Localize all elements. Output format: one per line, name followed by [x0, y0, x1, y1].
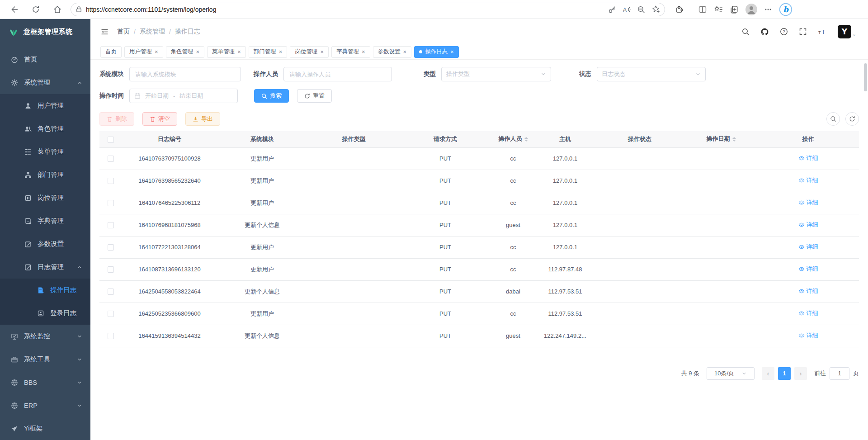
sidebar-item-monitoring[interactable]: 系统监控	[0, 325, 90, 348]
tab-operation-log[interactable]: 操作日志 ×	[414, 46, 459, 58]
status-select[interactable]: 日志状态	[597, 67, 706, 81]
sidebar-item-departments[interactable]: 部门管理	[0, 163, 90, 186]
sidebar-item-dictionary[interactable]: 字典管理	[0, 209, 90, 232]
detail-link[interactable]: 详细	[798, 176, 818, 185]
sidebar-item-erp[interactable]: ERP	[0, 394, 90, 417]
sidebar-item-yi-framework[interactable]: Yi框架	[0, 417, 90, 440]
more-menu-icon[interactable]	[764, 5, 772, 14]
sidebar-item-login-log[interactable]: 登录日志	[0, 302, 90, 325]
reset-button[interactable]: 重置	[297, 89, 332, 103]
browser-back-button[interactable]	[6, 2, 22, 17]
tab-close-icon[interactable]: ×	[155, 49, 158, 55]
tab-departments[interactable]: 部门管理 ×	[249, 46, 288, 58]
sidebar-item-parameters[interactable]: 参数设置	[0, 232, 90, 255]
tab-posts[interactable]: 岗位管理 ×	[290, 46, 329, 58]
goto-page-input[interactable]	[830, 367, 849, 380]
detail-link[interactable]: 详细	[798, 265, 818, 273]
sidebar-item-users[interactable]: 用户管理	[0, 94, 90, 117]
type-select[interactable]: 操作类型	[441, 67, 551, 81]
sidebar-item-menus[interactable]: 菜单管理	[0, 140, 90, 163]
zoom-out-icon[interactable]	[637, 5, 645, 14]
tab-close-icon[interactable]: ×	[403, 49, 407, 55]
help-button[interactable]: ?	[780, 28, 788, 36]
sidebar-item-roles[interactable]: 角色管理	[0, 117, 90, 140]
sidebar-item-tools[interactable]: 系统工具	[0, 348, 90, 371]
url-text[interactable]: https://ccnetcore.com:1101/system/log/op…	[86, 6, 608, 13]
extensions-icon[interactable]	[675, 5, 684, 14]
current-page-button[interactable]: 1	[778, 367, 791, 380]
split-screen-icon[interactable]	[698, 5, 707, 14]
read-aloud-icon[interactable]: A	[623, 5, 631, 14]
tab-menus[interactable]: 菜单管理 ×	[207, 46, 246, 58]
breadcrumb-home[interactable]: 首页	[117, 28, 130, 36]
scrollbar-thumb[interactable]	[864, 63, 867, 91]
row-checkbox[interactable]	[108, 266, 114, 273]
sidebar-item-posts[interactable]: 岗位管理	[0, 186, 90, 209]
row-checkbox[interactable]	[108, 244, 114, 251]
detail-link[interactable]: 详细	[798, 221, 818, 229]
row-checkbox[interactable]	[108, 222, 114, 228]
page-size-select[interactable]: 10条/页	[707, 367, 755, 380]
clear-button[interactable]: 清空	[142, 112, 177, 126]
tab-close-icon[interactable]: ×	[279, 49, 283, 55]
row-checkbox[interactable]	[108, 333, 114, 339]
table-refresh-button[interactable]	[845, 112, 859, 126]
tab-close-icon[interactable]: ×	[196, 49, 200, 55]
favorites-bar-icon[interactable]	[714, 5, 723, 14]
detail-link[interactable]: 详细	[798, 287, 818, 295]
prev-page-button[interactable]: ‹	[762, 367, 774, 380]
export-button[interactable]: 导出	[185, 112, 220, 126]
sidebar-collapse-button[interactable]	[100, 28, 109, 36]
header-search-button[interactable]	[741, 28, 750, 36]
date-range-picker[interactable]: 开始日期 - 结束日期	[129, 89, 238, 103]
row-checkbox[interactable]	[108, 311, 114, 317]
sidebar-item-log-management[interactable]: 日志管理	[0, 255, 90, 279]
detail-link[interactable]: 详细	[798, 309, 818, 317]
detail-link[interactable]: 详细	[798, 154, 818, 162]
col-operator[interactable]: 操作人员	[491, 131, 536, 147]
browser-home-button[interactable]	[50, 2, 65, 17]
profile-avatar[interactable]	[745, 4, 757, 15]
sidebar-item-home[interactable]: 首页	[0, 48, 90, 71]
row-checkbox[interactable]	[108, 178, 114, 184]
collections-icon[interactable]	[730, 5, 739, 14]
favorite-add-icon[interactable]	[651, 5, 660, 14]
detail-link[interactable]: 详细	[798, 331, 818, 340]
operator-input[interactable]	[283, 67, 392, 81]
detail-link[interactable]: 详细	[798, 199, 818, 207]
tab-close-icon[interactable]: ×	[450, 49, 454, 55]
row-checkbox[interactable]	[108, 289, 114, 295]
tab-parameters[interactable]: 参数设置 ×	[373, 46, 412, 58]
password-key-icon[interactable]	[608, 5, 616, 14]
delete-button[interactable]: 删除	[99, 112, 134, 126]
tab-close-icon[interactable]: ×	[362, 49, 365, 55]
tab-dictionary[interactable]: 字典管理 ×	[331, 46, 370, 58]
tab-home[interactable]: 首页	[100, 46, 122, 58]
col-date[interactable]: 操作日期	[685, 131, 757, 147]
tab-close-icon[interactable]: ×	[320, 49, 324, 55]
sidebar-item-operation-log[interactable]: 操作日志	[0, 279, 90, 302]
sort-icon[interactable]	[732, 135, 736, 143]
sort-icon[interactable]	[524, 135, 528, 143]
browser-refresh-button[interactable]	[28, 2, 43, 17]
row-checkbox[interactable]	[108, 156, 114, 162]
sidebar-item-bbs[interactable]: BBS	[0, 371, 90, 394]
search-button[interactable]: 搜索	[254, 89, 289, 103]
github-link[interactable]	[760, 28, 769, 36]
user-menu[interactable]: Y ⌄	[838, 25, 856, 38]
fullscreen-button[interactable]	[799, 28, 807, 36]
select-all-checkbox[interactable]	[108, 137, 114, 143]
table-search-toggle[interactable]	[826, 112, 840, 126]
row-checkbox[interactable]	[108, 200, 114, 206]
breadcrumb-system[interactable]: 系统管理	[140, 28, 165, 36]
detail-link[interactable]: 详细	[798, 243, 818, 251]
copilot-bing-icon[interactable]: b	[779, 3, 793, 16]
font-size-button[interactable]: TT	[818, 28, 827, 36]
module-input[interactable]	[129, 67, 241, 81]
address-bar[interactable]: https://ccnetcore.com:1101/system/log/op…	[71, 3, 665, 16]
tab-close-icon[interactable]: ×	[237, 49, 241, 55]
next-page-button[interactable]: ›	[794, 367, 807, 380]
tab-roles[interactable]: 角色管理 ×	[166, 46, 205, 58]
sidebar-item-system[interactable]: 系统管理	[0, 71, 90, 94]
tab-users[interactable]: 用户管理 ×	[124, 46, 163, 58]
